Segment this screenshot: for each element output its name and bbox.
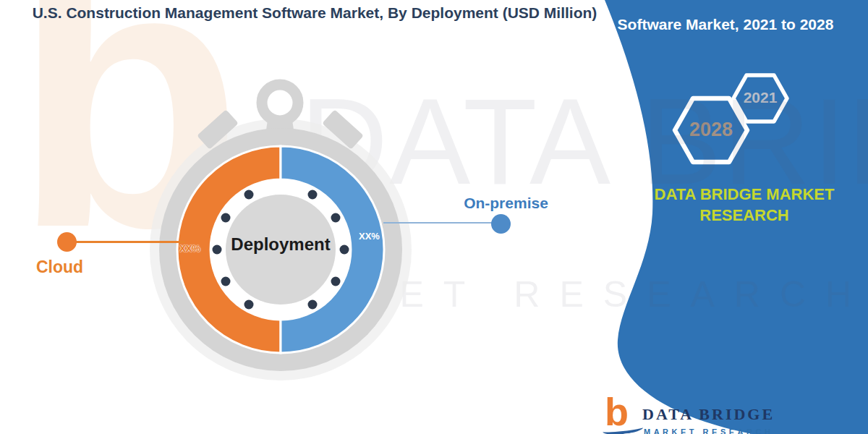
watch-crown-ring-icon — [262, 85, 298, 121]
on-premise-value-label: XX% — [359, 231, 380, 242]
logo-company-subtitle: MARKET RESEARCH — [644, 427, 773, 434]
cloud-leader-line — [75, 241, 185, 243]
page-title: U.S. Construction Management Software Ma… — [29, 3, 600, 23]
on-premise-legend-label[interactable]: On-premise — [443, 195, 569, 212]
chart-center-label: Deployment — [208, 234, 353, 255]
infographic-page: { "title": "U.S. Construction Management… — [0, 0, 868, 434]
cloud-dot-icon — [57, 232, 77, 252]
cloud-value-label: XX% — [179, 243, 200, 254]
on-premise-dot-icon — [491, 214, 511, 234]
stopwatch-donut-chart — [0, 0, 868, 434]
logo-company-name: DATA BRIDGE — [642, 405, 775, 424]
cloud-legend-label[interactable]: Cloud — [36, 258, 83, 277]
on-premise-leader-line — [383, 222, 496, 224]
